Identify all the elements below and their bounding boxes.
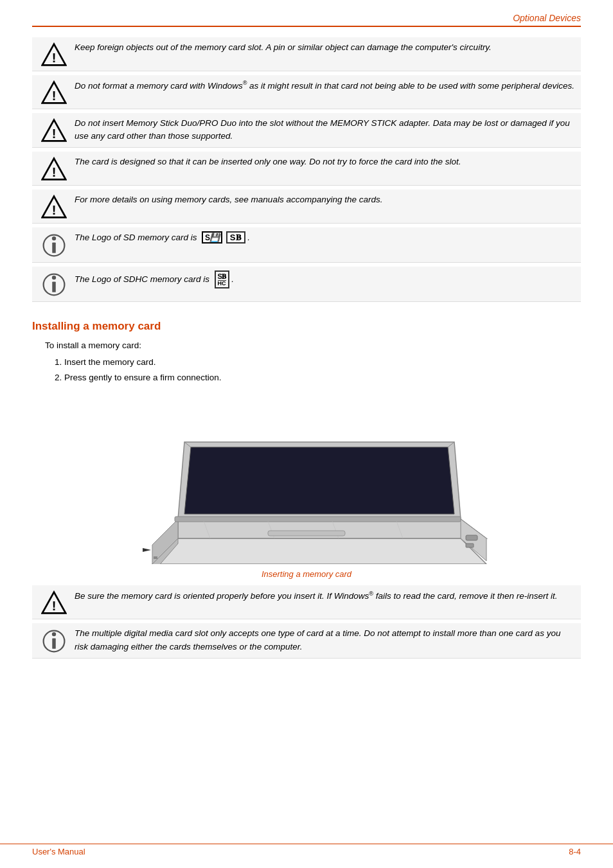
svg-text:!: !	[52, 89, 57, 103]
warning-text-3: Do not insert Memory Stick Duo/PRO Duo i…	[71, 117, 576, 143]
info-text-1: The Logo of SD memory card is S💾 S𝐁 .	[71, 231, 576, 244]
svg-rect-25	[466, 535, 477, 540]
warning-text-5: For more details on using memory cards, …	[71, 193, 576, 206]
svg-rect-28	[154, 556, 157, 559]
info-row-2: The Logo of SDHC memory card is S𝐁 HC .	[32, 267, 581, 302]
svg-point-38	[52, 632, 56, 636]
step-1: Insert the memory card.	[64, 356, 581, 369]
svg-text:!: !	[52, 127, 57, 141]
warning-row-5: ! For more details on using memory cards…	[32, 190, 581, 224]
laptop-illustration	[120, 397, 493, 564]
info-circle-icon-1	[42, 233, 66, 258]
page-footer: User's Manual 8-4	[0, 844, 613, 856]
info-icon-cell-2	[37, 270, 71, 297]
svg-point-14	[52, 275, 56, 279]
warning-icon-cell-1: !	[37, 41, 71, 67]
bottom-warning-text-1: Be sure the memory card is oriented prop…	[71, 589, 576, 603]
svg-rect-12	[52, 242, 55, 252]
info-row-1: The Logo of SD memory card is S💾 S𝐁 .	[32, 227, 581, 263]
warning-text-4: The card is designed so that it can be i…	[71, 155, 576, 168]
section-heading: Installing a memory card	[32, 320, 581, 333]
bottom-warning-row-1: ! Be sure the memory card is oriented pr…	[32, 585, 581, 619]
svg-text:!: !	[52, 202, 57, 217]
svg-marker-16	[152, 538, 486, 564]
bottom-info-circle-icon-1	[42, 628, 66, 654]
warning-triangle-icon-3: !	[41, 118, 67, 143]
svg-text:!: !	[52, 599, 57, 613]
info-icon-cell-1	[37, 231, 71, 258]
warning-row-1: ! Keep foreign objects out of the memory…	[32, 37, 581, 71]
svg-marker-34	[143, 548, 151, 552]
warning-icon-cell-2: !	[37, 79, 71, 105]
info-text-2: The Logo of SDHC memory card is S𝐁 HC .	[71, 270, 576, 289]
svg-marker-20	[184, 447, 454, 514]
warning-row-3: ! Do not insert Memory Stick Duo/PRO Duo…	[32, 113, 581, 148]
page-container: Optional Devices ! Keep foreign objects …	[0, 0, 613, 680]
warning-triangle-icon: !	[41, 42, 67, 67]
svg-point-11	[52, 236, 56, 240]
svg-rect-39	[52, 639, 55, 649]
warning-triangle-icon-2: !	[41, 80, 67, 105]
illustration-caption: Inserting a memory card	[262, 569, 351, 579]
bottom-warning-triangle-icon-1: !	[41, 590, 67, 615]
warning-icon-cell-5: !	[37, 193, 71, 219]
warning-text-2: Do not format a memory card with Windows…	[71, 79, 576, 93]
steps-list: Insert the memory card. Press gently to …	[32, 356, 581, 385]
header-title: Optional Devices	[513, 13, 581, 23]
info-circle-icon-2	[42, 272, 66, 297]
svg-rect-33	[268, 531, 345, 536]
illustration-container: Inserting a memory card	[32, 397, 581, 579]
svg-rect-15	[52, 281, 55, 292]
warning-row-2: ! Do not format a memory card with Windo…	[32, 75, 581, 109]
svg-rect-23	[175, 517, 461, 522]
step-2: Press gently to ensure a firm connection…	[64, 371, 581, 384]
warning-row-4: ! The card is designed so that it can be…	[32, 152, 581, 186]
svg-text:!: !	[52, 164, 57, 179]
bottom-info-text-1: The multiple digital media card slot onl…	[71, 627, 576, 653]
section-intro: To install a memory card:	[32, 339, 581, 352]
bottom-info-icon-cell-1	[37, 627, 71, 654]
page-header: Optional Devices	[32, 13, 581, 27]
sd-logo-icon: S💾	[202, 231, 222, 244]
warning-icon-cell-4: !	[37, 155, 71, 181]
warning-text-1: Keep foreign objects out of the memory c…	[71, 41, 576, 54]
bottom-warning-icon-cell-1: !	[37, 589, 71, 615]
warning-triangle-icon-4: !	[41, 157, 67, 181]
sdhc-logo-badge: S𝐁 HC	[215, 270, 229, 289]
sd-logo-badge: S𝐁	[226, 231, 245, 244]
warning-triangle-icon-5: !	[41, 195, 67, 219]
svg-rect-26	[466, 544, 474, 547]
bottom-info-row-1: The multiple digital media card slot onl…	[32, 623, 581, 659]
footer-right: 8-4	[569, 847, 581, 856]
warning-icon-cell-3: !	[37, 117, 71, 143]
footer-left: User's Manual	[32, 847, 85, 856]
svg-text:!: !	[52, 51, 57, 65]
